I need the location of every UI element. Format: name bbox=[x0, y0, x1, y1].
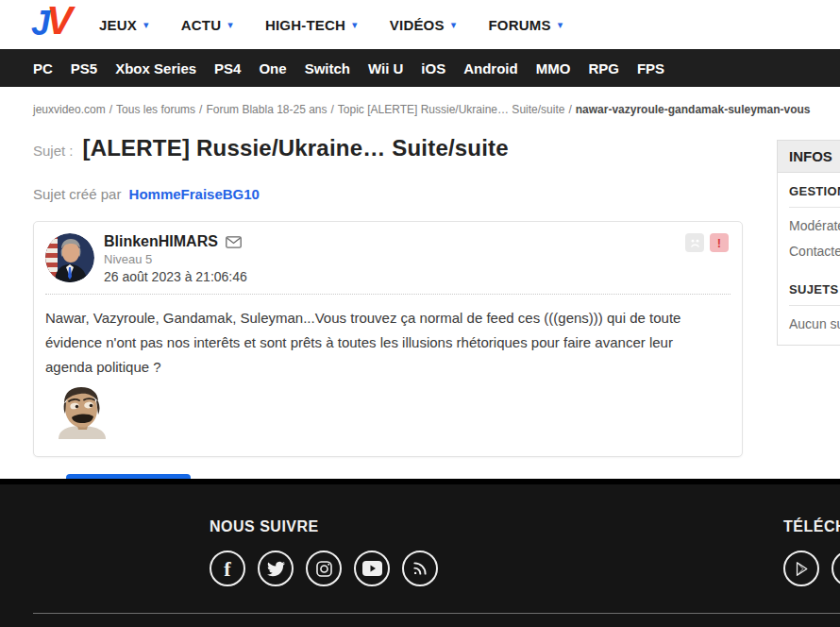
nav-item-label: FORUMS bbox=[488, 17, 550, 33]
ignore-user-icon[interactable] bbox=[685, 233, 704, 252]
sidebar-rule bbox=[789, 305, 840, 306]
nav-item-label: JEUX bbox=[99, 17, 137, 33]
platform-nav-rpg[interactable]: RPG bbox=[588, 60, 619, 76]
chevron-down-icon: ▾ bbox=[227, 20, 233, 30]
facebook-glyph: f bbox=[224, 559, 230, 580]
nav-item-label: ACTU bbox=[181, 17, 221, 33]
avatar[interactable] bbox=[45, 233, 94, 282]
breadcrumb-current-page: nawar-vazyroule-gandamak-suleyman-vous bbox=[576, 103, 811, 116]
footer-download-section: TÉLÉCH bbox=[783, 518, 840, 586]
platform-nav-fps[interactable]: FPS bbox=[637, 60, 664, 76]
post-text: Nawar, Vazyroule, Gandamak, Suleyman...V… bbox=[45, 306, 708, 379]
platform-nav-ios[interactable]: iOS bbox=[421, 60, 445, 76]
jv-logo-v: V bbox=[46, 1, 73, 41]
avatar-image bbox=[45, 233, 94, 282]
platform-nav-ps5[interactable]: PS5 bbox=[71, 60, 97, 76]
sidebar-heading-sujets: SUJETS À bbox=[789, 282, 840, 297]
post-user-level: Niveau 5 bbox=[104, 252, 685, 266]
post-body: Nawar, Vazyroule, Gandamak, Suleyman...V… bbox=[34, 295, 719, 456]
platform-nav: PC PS5 Xbox Series PS4 One Switch Wii U … bbox=[0, 49, 840, 87]
nav-item-label: HIGH-TECH bbox=[265, 17, 345, 33]
download-heading: TÉLÉCH bbox=[783, 518, 840, 535]
message-envelope-icon[interactable] bbox=[226, 236, 242, 248]
platform-nav-xbox-series[interactable]: Xbox Series bbox=[115, 60, 196, 76]
platform-nav-android[interactable]: Android bbox=[463, 60, 518, 76]
sidebar-gap bbox=[789, 269, 840, 282]
post-header: BlinkenHIMARS Niveau 5 26 août 2023 à 21… bbox=[34, 222, 742, 292]
sidebar-heading-gestion: GESTION bbox=[789, 184, 840, 198]
follow-heading: NOUS SUIVRE bbox=[210, 518, 438, 535]
topic-author-row: Sujet créé par HommeFraiseBG10 bbox=[33, 186, 840, 202]
topic-author-link[interactable]: HommeFraiseBG10 bbox=[129, 186, 260, 202]
post-actions: ! bbox=[685, 233, 729, 252]
breadcrumb-separator: / bbox=[568, 103, 571, 116]
breadcrumb: jeuxvideo.com/Tous les forums/Forum Blab… bbox=[0, 87, 840, 116]
post-meta: BlinkenHIMARS Niveau 5 26 août 2023 à 21… bbox=[104, 233, 685, 284]
breadcrumb-home[interactable]: jeuxvideo.com bbox=[33, 103, 106, 116]
main-content: Sujet : [ALERTE] Russie/Ukraine… Suite/s… bbox=[0, 135, 840, 502]
breadcrumb-forums[interactable]: Tous les forums bbox=[116, 103, 195, 116]
rss-icon[interactable] bbox=[402, 551, 438, 586]
breadcrumb-forum-blabla[interactable]: Forum Blabla 18-25 ans bbox=[206, 103, 327, 116]
store-icon-row bbox=[783, 551, 840, 586]
sidebar-body: GESTION Modérate Contacter SUJETS À Aucu… bbox=[778, 173, 840, 345]
alert-glyph: ! bbox=[717, 236, 721, 250]
footer-follow-section: NOUS SUIVRE f bbox=[210, 518, 438, 586]
top-header: V J JEUX ▾ ACTU ▾ HIGH-TECH ▾ VIDÉOS ▾ F… bbox=[0, 0, 840, 49]
platform-nav-switch[interactable]: Switch bbox=[305, 60, 350, 76]
youtube-icon[interactable] bbox=[354, 551, 390, 586]
nav-item-videos[interactable]: VIDÉOS ▾ bbox=[390, 17, 457, 33]
chevron-down-icon: ▾ bbox=[143, 20, 149, 30]
social-icon-row: f bbox=[210, 551, 438, 586]
post-date[interactable]: 26 août 2023 à 21:06:46 bbox=[104, 269, 685, 284]
platform-nav-mmo[interactable]: MMO bbox=[536, 60, 571, 76]
sidebar-no-topic-text: Aucun suj bbox=[789, 316, 840, 331]
nav-item-high-tech[interactable]: HIGH-TECH ▾ bbox=[265, 17, 358, 33]
twitter-icon[interactable] bbox=[258, 551, 294, 586]
sidebar-rule bbox=[789, 207, 840, 208]
platform-nav-wiiu[interactable]: Wii U bbox=[368, 60, 403, 76]
report-alert-icon[interactable]: ! bbox=[710, 233, 729, 252]
main-nav: JEUX ▾ ACTU ▾ HIGH-TECH ▾ VIDÉOS ▾ FORUM… bbox=[99, 17, 563, 33]
title-row: Sujet : [ALERTE] Russie/Ukraine… Suite/s… bbox=[33, 135, 840, 161]
sidebar-link-contact[interactable]: Contacter bbox=[789, 244, 840, 259]
created-by-label: Sujet créé par bbox=[33, 186, 121, 202]
breadcrumb-topic[interactable]: Topic [ALERTE] Russie/Ukraine… Suite/sui… bbox=[338, 103, 565, 116]
google-play-icon[interactable] bbox=[783, 551, 819, 586]
subject-label: Sujet : bbox=[33, 143, 74, 159]
instagram-icon[interactable] bbox=[306, 551, 342, 586]
nav-item-label: VIDÉOS bbox=[390, 17, 445, 33]
jv-logo[interactable]: V J bbox=[31, 3, 84, 46]
breadcrumb-separator: / bbox=[331, 103, 334, 116]
nav-item-forums[interactable]: FORUMS ▾ bbox=[488, 17, 563, 33]
platform-nav-pc[interactable]: PC bbox=[33, 60, 53, 76]
platform-nav-one[interactable]: One bbox=[259, 60, 286, 76]
jv-logo-j: J bbox=[31, 7, 50, 41]
app-store-icon[interactable] bbox=[832, 551, 840, 586]
nav-item-actu[interactable]: ACTU ▾ bbox=[181, 17, 233, 33]
post-username[interactable]: BlinkenHIMARS bbox=[104, 233, 218, 250]
page-title: [ALERTE] Russie/Ukraine… Suite/suite bbox=[83, 135, 509, 161]
breadcrumb-separator: / bbox=[199, 103, 202, 116]
sidebar-link-moderators[interactable]: Modérate bbox=[789, 218, 840, 233]
sidebar-tab-infos[interactable]: INFOS bbox=[778, 141, 840, 173]
chevron-down-icon: ▾ bbox=[558, 20, 563, 30]
footer-divider bbox=[33, 613, 840, 614]
footer: NOUS SUIVRE f bbox=[0, 479, 840, 627]
breadcrumb-separator: / bbox=[109, 103, 112, 116]
info-sidebar: INFOS GESTION Modérate Contacter SUJETS … bbox=[777, 140, 840, 346]
facebook-icon[interactable]: f bbox=[210, 551, 245, 586]
platform-nav-ps4[interactable]: PS4 bbox=[214, 60, 241, 76]
chevron-down-icon: ▾ bbox=[451, 20, 457, 30]
chevron-down-icon: ▾ bbox=[352, 20, 358, 30]
footer-top-bar bbox=[0, 479, 840, 484]
nav-item-jeux[interactable]: JEUX ▾ bbox=[99, 17, 149, 33]
forum-post: BlinkenHIMARS Niveau 5 26 août 2023 à 21… bbox=[33, 221, 743, 457]
risitas-meme-image[interactable] bbox=[53, 386, 111, 439]
